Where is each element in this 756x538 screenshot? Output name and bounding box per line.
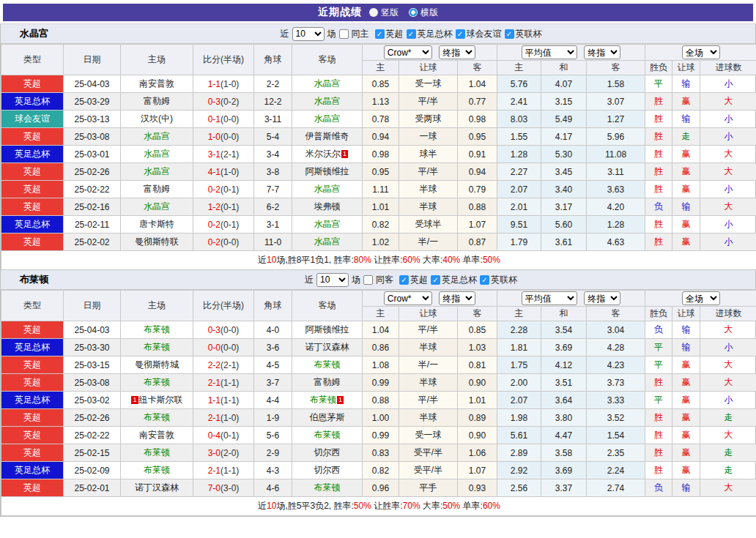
avg-home: 2.56 <box>497 479 541 497</box>
league-badge: 英超 <box>1 444 64 462</box>
odds-home: 0.85 <box>363 75 399 93</box>
full-match-select[interactable]: 全场 <box>682 45 720 59</box>
match-score: 1-1(1-1) <box>193 392 254 409</box>
odds-source-select[interactable]: Crow* <box>384 291 432 305</box>
avg-away: 4.63 <box>587 233 645 251</box>
odds-away: 0.93 <box>458 479 497 497</box>
match-count-select[interactable]: 10 <box>292 27 325 41</box>
same-side-checkbox[interactable] <box>363 275 373 285</box>
table-row: 英足总杯25-03-30布莱顿0-0(0-0)3-6诺丁汉森林0.86半球1.0… <box>1 339 756 356</box>
league-filter[interactable]: ✓英联杯 <box>505 28 542 40</box>
league-filter[interactable]: ✓球会友谊 <box>456 28 502 40</box>
final-odds-select[interactable]: 终指 <box>439 45 475 59</box>
result-cell: 胜 <box>645 93 672 111</box>
red-card-badge: 1 <box>337 396 344 404</box>
match-score: 0-3(0-2) <box>193 93 254 111</box>
corner-score: 2-9 <box>254 444 292 462</box>
goals-result-cell: 小 <box>700 181 756 198</box>
handicap-result-cell: 赢 <box>672 444 700 462</box>
league-filter[interactable]: ✓英足总杯 <box>407 28 453 40</box>
odds-home: 1.00 <box>363 409 399 427</box>
full-match-select[interactable]: 全场 <box>682 291 720 305</box>
match-score: 0-3(0-0) <box>193 321 254 339</box>
halftime-score: (3-0) <box>220 483 239 493</box>
result-cell: 胜 <box>645 128 672 146</box>
avg-draw: 3.45 <box>541 163 587 181</box>
goals-result-cell: 小 <box>700 216 756 233</box>
halftime-score: (1-1) <box>220 395 239 406</box>
subcol-result: 胜负 <box>645 61 672 75</box>
subcol-away-odds: 客 <box>458 61 497 75</box>
avg-away: 2.35 <box>587 444 645 462</box>
col-home: 主场 <box>121 45 193 75</box>
corner-score: 5-6 <box>254 427 292 444</box>
odds-handicap: 平手 <box>399 479 458 497</box>
match-score: 1-2(0-1) <box>193 198 254 216</box>
league-checkbox-checked-icon[interactable]: ✓ <box>431 275 440 285</box>
odds-source-select[interactable]: Crow* <box>384 45 432 59</box>
odds-away: 0.81 <box>458 356 497 374</box>
filter-controls: 近 10 场 同主 ✓英超✓英足总杯✓球会友谊✓英联杯 <box>281 27 542 41</box>
match-score: 0-4(0-1) <box>193 427 254 444</box>
halftime-score: (1-1) <box>220 466 239 476</box>
final-odds-select-2[interactable]: 终指 <box>584 291 620 305</box>
league-filter[interactable]: ✓英超 <box>399 274 428 286</box>
col-away: 客场 <box>292 291 363 321</box>
odds-select-group: Crow* 终指 <box>363 291 497 307</box>
tracked-team-name: 布莱顿 <box>310 395 336 405</box>
odds-home: 1.11 <box>363 181 399 198</box>
subcol-goals: 进球数 <box>700 61 756 75</box>
league-badge: 英超 <box>1 163 64 181</box>
match-count-select[interactable]: 10 <box>316 273 349 287</box>
final-odds-select[interactable]: 终指 <box>439 291 475 305</box>
home-team-cell: 1纽卡斯尔联 <box>121 392 193 409</box>
odds-away: 0.90 <box>458 374 497 392</box>
team-name: 布莱顿 <box>20 273 48 286</box>
halftime-score: (2-1) <box>220 360 239 370</box>
summary-text: 80% <box>354 255 371 265</box>
league-filter[interactable]: ✓英超 <box>375 28 404 40</box>
odds-handicap: 半/一 <box>399 233 458 251</box>
match-score: 0-2(0-1) <box>193 181 254 198</box>
league-badge: 球会友谊 <box>1 111 64 128</box>
league-badge: 英超 <box>1 181 64 198</box>
odds-away: 0.94 <box>458 163 497 181</box>
league-checkbox-checked-icon[interactable]: ✓ <box>375 29 385 39</box>
avg-draw: 3.80 <box>541 409 587 427</box>
avg-draw: 3.69 <box>541 339 587 356</box>
odds-home: 0.83 <box>363 444 399 462</box>
league-checkbox-checked-icon[interactable]: ✓ <box>399 275 409 285</box>
radio-vertical-layout[interactable]: 竖版 <box>369 7 399 19</box>
fulltime-score: 4-1 <box>208 167 220 177</box>
league-filter[interactable]: ✓英联杯 <box>480 274 517 286</box>
league-checkbox-checked-icon[interactable]: ✓ <box>505 29 514 39</box>
average-select[interactable]: 平均值 <box>522 291 577 305</box>
avg-draw: 3.54 <box>541 321 587 339</box>
league-filter[interactable]: ✓英足总杯 <box>431 274 477 286</box>
league-checkbox-checked-icon[interactable]: ✓ <box>407 29 416 39</box>
table-row: 英超25-02-22南安普敦0-4(0-1)5-6布莱顿0.99受一球0.905… <box>1 427 756 444</box>
avg-home: 2.01 <box>497 198 541 216</box>
subcol-avg-away: 客 <box>587 307 645 321</box>
subcol-handicap: 让球 <box>399 307 458 321</box>
avg-draw: 3.61 <box>541 233 587 251</box>
match-date: 25-03-13 <box>64 111 121 128</box>
league-checkbox-checked-icon[interactable]: ✓ <box>456 29 465 39</box>
league-checkbox-checked-icon[interactable]: ✓ <box>480 275 489 285</box>
result-cell: 平 <box>645 339 672 356</box>
tracked-team-name: 布莱顿 <box>144 465 170 475</box>
fullmatch-select-group: 全场 <box>645 45 756 61</box>
radio-horizontal-layout[interactable]: 横版 <box>409 7 438 19</box>
table-row: 英超25-04-03南安普敦1-1(1-0)2-2水晶宫0.85受一球1.045… <box>1 75 756 93</box>
subcol-handicap-result: 让球 <box>672 61 700 75</box>
final-odds-select-2[interactable]: 终指 <box>584 45 620 59</box>
goals-result-cell: 小 <box>700 339 756 356</box>
corner-score: 12-2 <box>254 93 292 111</box>
col-corner: 角球 <box>254 291 292 321</box>
home-team-cell: 汉坎(中) <box>121 111 193 128</box>
goals-result-cell: 大 <box>700 479 756 497</box>
average-select[interactable]: 平均值 <box>522 45 577 59</box>
same-side-checkbox[interactable] <box>339 29 349 39</box>
corner-score: 4-4 <box>254 392 292 409</box>
section-away-team: 布莱顿 近 10 场 同客 ✓英超✓英足总杯✓英联杯 类型 日期 主场 <box>1 270 755 516</box>
